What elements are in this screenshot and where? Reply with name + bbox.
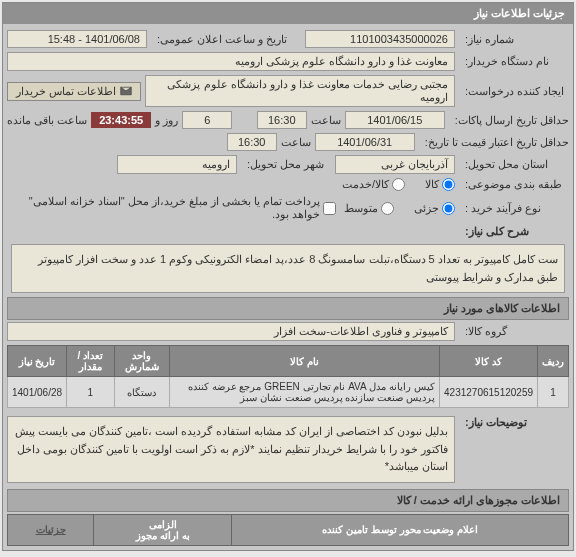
pay-note-text: پرداخت تمام یا بخشی از مبلغ خرید،از محل … <box>7 195 320 221</box>
radio-mid-input[interactable] <box>381 202 394 215</box>
panel-title: جزئیات اطلاعات نیاز <box>474 7 565 19</box>
envelope-icon <box>120 85 132 97</box>
pub-datetime-value: 1401/06/08 - 15:48 <box>7 30 147 48</box>
radio-mid[interactable]: متوسط <box>344 202 394 215</box>
deadline-label: حداقل تاریخ ارسال پاکات: <box>449 114 569 127</box>
summary-label: شرح کلی نیاز: <box>459 225 569 238</box>
deadline-date: 1401/06/15 <box>345 111 445 129</box>
cell-row: 1 <box>538 377 569 408</box>
remaining-label: ساعت باقی مانده <box>7 114 87 127</box>
panel-body: شماره نیاز: 1101003435000026 تاریخ و ساع… <box>3 24 573 550</box>
cell-name: کیس رایانه مدل AVA نام تجارتی GREEN مرجع… <box>169 377 439 408</box>
time-label-2: ساعت <box>281 136 311 149</box>
radio-service[interactable]: کالا/خدمت <box>342 178 405 191</box>
radio-partial[interactable]: جزئی <box>414 202 455 215</box>
validity-label: حداقل تاریخ اعتبار قیمت تا تاریخ: <box>419 136 569 149</box>
contact-btn-label: اطلاعات تماس خریدار <box>16 85 116 98</box>
th-code: کد کالا <box>440 346 538 377</box>
cell-date: 1401/06/28 <box>8 377 67 408</box>
th-date: تاریخ نیاز <box>8 346 67 377</box>
licenses-section-title: اطلاعات مجوزهای ارائه خدمت / کالا <box>7 489 569 512</box>
city-label: شهر محل تحویل: <box>241 158 331 171</box>
validity-date: 1401/06/31 <box>315 133 415 151</box>
buyer-org-value: معاونت غذا و دارو دانشگاه علوم پزشکی ارو… <box>7 52 455 71</box>
th-row: ردیف <box>538 346 569 377</box>
contact-buyer-button[interactable]: اطلاعات تماس خریدار <box>7 82 141 101</box>
category-label: طبقه بندی موضوعی: <box>459 178 569 191</box>
need-no-value: 1101003435000026 <box>305 30 455 48</box>
radio-service-input[interactable] <box>392 178 405 191</box>
cell-code: 4231270615120259 <box>440 377 538 408</box>
process-label: نوع فرآیند خرید : <box>459 202 569 215</box>
radio-partial-input[interactable] <box>442 202 455 215</box>
cell-qty: 1 <box>67 377 115 408</box>
pay-note-checkbox[interactable] <box>323 202 336 215</box>
process-radio-group: جزئی متوسط <box>344 202 455 215</box>
deadline-time: 16:30 <box>257 111 307 129</box>
group-label: گروه کالا: <box>459 325 569 338</box>
buyer-org-label: نام دستگاه خریدار: <box>459 55 569 68</box>
city-value: ارومیه <box>117 155 237 174</box>
requester-value: مجتبی رضایی خدمات معاونت غذا و دارو دانش… <box>145 75 455 107</box>
th-announce: اعلام وضعیت محور توسط تامین کننده <box>232 514 569 545</box>
th-details: جزئیات <box>8 514 94 545</box>
table-row[interactable]: 1 4231270615120259 کیس رایانه مدل AVA نا… <box>8 377 569 408</box>
goods-section-title: اطلاعات کالاهای مورد نیاز <box>7 297 569 320</box>
th-qty: تعداد / مقدار <box>67 346 115 377</box>
radio-goods[interactable]: کالا <box>425 178 455 191</box>
th-unit: واحد شمارش <box>114 346 169 377</box>
province-label: استان محل تحویل: <box>459 158 569 171</box>
need-no-label: شماره نیاز: <box>459 33 569 46</box>
details-link[interactable]: جزئیات <box>36 524 66 535</box>
pub-datetime-label: تاریخ و ساعت اعلان عمومی: <box>151 33 301 46</box>
th-mandatory: الزامی به ارائه مجوز <box>94 514 232 545</box>
licenses-table: اعلام وضعیت محور توسط تامین کننده الزامی… <box>7 514 569 546</box>
radio-goods-input[interactable] <box>442 178 455 191</box>
pay-note-check[interactable]: پرداخت تمام یا بخشی از مبلغ خرید،از محل … <box>7 195 336 221</box>
time-label-1: ساعت <box>311 114 341 127</box>
remaining-time: 23:43:55 <box>91 112 151 128</box>
category-radio-group: کالا کالا/خدمت <box>342 178 455 191</box>
requester-label: ایجاد کننده درخواست: <box>459 85 569 98</box>
notice-box: بدلیل نبودن کد اختصاصی از ایران کد مشابه… <box>7 416 455 483</box>
summary-box: ست کامل کامپیوتر به تعداد 5 دستگاه،تبلت … <box>11 244 565 293</box>
need-details-panel: جزئیات اطلاعات نیاز شماره نیاز: 11010034… <box>2 2 574 551</box>
cell-unit: دستگاه <box>114 377 169 408</box>
remaining-days: 6 <box>182 111 232 129</box>
validity-time: 16:30 <box>227 133 277 151</box>
th-name: نام کالا <box>169 346 439 377</box>
province-value: آذربایجان غربی <box>335 155 455 174</box>
goods-table: ردیف کد کالا نام کالا واحد شمارش تعداد /… <box>7 345 569 408</box>
days-and-label: روز و <box>155 114 178 127</box>
panel-header[interactable]: جزئیات اطلاعات نیاز <box>3 3 573 24</box>
group-value: کامپیوتر و فناوری اطلاعات-سخت افزار <box>7 322 455 341</box>
notice-label: توضیحات نیاز: <box>459 416 569 429</box>
